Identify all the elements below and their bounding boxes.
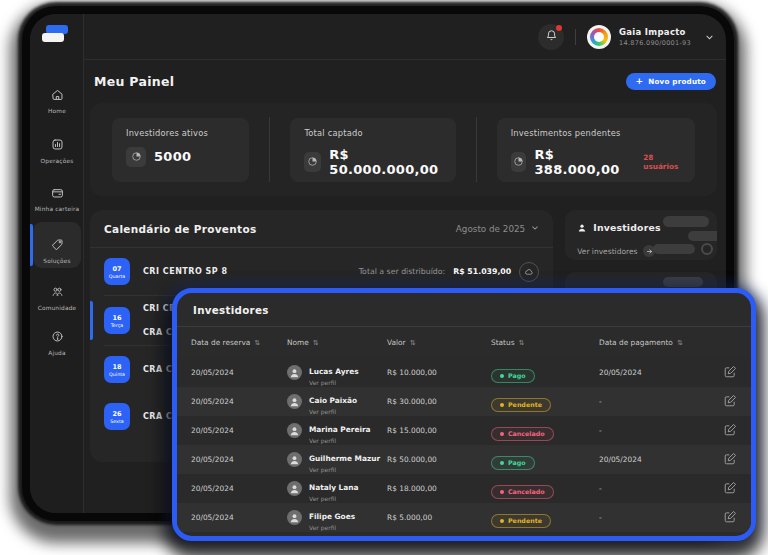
status-dot: [500, 374, 504, 378]
chevron-down-icon[interactable]: [705, 27, 714, 46]
calendar-month-label: Agosto de 2025: [456, 224, 525, 234]
column-header-payment-date[interactable]: Data de pagamento⇅: [599, 338, 717, 347]
home-icon: [51, 86, 64, 105]
new-product-label: Novo produto: [648, 77, 706, 86]
reserve-date-cell: 20/05/2024: [191, 484, 287, 493]
topbar-divider: [575, 29, 576, 45]
table-row: 20/05/2024 Marina PereiraVer perfil R$ 1…: [177, 416, 751, 445]
calendar-date-badge: 07 Quarta: [104, 258, 130, 285]
payment-date-cell: -: [599, 397, 717, 406]
coin-icon: [126, 147, 146, 167]
badge-weekday: Quinta: [109, 372, 125, 377]
coin-icon: [511, 152, 527, 172]
stat-active-investors: Investidores ativos 5000: [112, 117, 269, 182]
sidebar-item-home[interactable]: Home: [30, 86, 84, 114]
payment-date-cell: 20/05/2024: [599, 368, 717, 377]
column-header-reserve-date[interactable]: Data de reserva⇅: [191, 338, 287, 347]
status-badge: Cancelado: [491, 485, 554, 499]
investors-panel-title: Investidores: [593, 222, 660, 233]
edit-row-button[interactable]: [724, 508, 737, 527]
total-distribution-value: R$ 51.039,00: [453, 267, 511, 276]
total-distribution-label: Total a ser distribuído:: [359, 267, 446, 276]
sidebar-item-label: Comunidade: [38, 305, 77, 311]
stat-users-alert: 28 usuários: [643, 153, 681, 171]
view-profile-link[interactable]: Ver perfil: [309, 495, 359, 502]
status-badge: Pendente: [491, 398, 551, 412]
calendar-date-badge: 18 Quinta: [104, 356, 130, 383]
value-cell: R$ 5.000,00: [387, 513, 491, 522]
coin-icon: [304, 152, 321, 172]
investor-name: Lucas Ayres: [309, 367, 359, 376]
sidebar-item-minha-carteira[interactable]: Minha carteira: [30, 184, 84, 212]
value-cell: R$ 50.000,00: [387, 455, 491, 464]
avatar: [287, 452, 302, 467]
reserve-date-cell: 20/05/2024: [191, 426, 287, 435]
sidebar-item-label: Ajuda: [48, 350, 65, 356]
skeleton-pill: [663, 216, 709, 227]
sidebar-item-label: Minha carteira: [35, 206, 80, 212]
edit-row-button[interactable]: [724, 363, 737, 382]
sidebar-item-operacoes[interactable]: Operações: [30, 136, 84, 164]
investor-name: Nataly Lana: [309, 483, 359, 492]
edit-row-button[interactable]: [724, 450, 737, 469]
calendar-month-selector[interactable]: Agosto de 2025: [456, 224, 539, 234]
view-investors-label: Ver investidores: [577, 247, 637, 256]
notifications-button[interactable]: [538, 24, 564, 50]
sidebar-item-solucoes[interactable]: Soluções: [30, 236, 84, 264]
table-row: 20/05/2024 Caio PaixãoVer perfil R$ 30.0…: [177, 387, 751, 416]
stat-value: 5000: [154, 149, 191, 164]
investor-name: Caio Paixão: [309, 396, 357, 405]
investors-panel: Investidores Ver investidores: [565, 210, 717, 260]
table-row: 20/05/2024 Guilherme MazurVer perfil R$ …: [177, 445, 751, 474]
view-profile-link[interactable]: Ver perfil: [309, 524, 355, 531]
wallet-icon: [51, 184, 64, 203]
view-profile-link[interactable]: Ver perfil: [309, 437, 371, 444]
app-logo[interactable]: [42, 25, 68, 42]
avatar-ring: [590, 28, 608, 46]
sort-icon: ⇅: [677, 339, 683, 347]
account-avatar[interactable]: [587, 25, 611, 49]
status-dot: [500, 432, 504, 436]
status-dot: [500, 461, 504, 465]
stat-value: R$ 388.000,00: [534, 147, 621, 177]
table-row: 20/05/2024 Nataly LanaVer perfil R$ 18.0…: [177, 474, 751, 503]
column-header-status[interactable]: Status⇅: [491, 338, 599, 347]
reserve-date-cell: 20/05/2024: [191, 455, 287, 464]
payment-date-cell: -: [599, 513, 717, 522]
payment-date-cell: -: [599, 484, 717, 493]
payment-date-cell: -: [599, 426, 717, 435]
status-badge: Cancelado: [491, 427, 554, 441]
badge-day: 26: [112, 410, 121, 418]
status-badge: Pago: [491, 369, 535, 383]
modal-header: Investidores: [177, 293, 751, 327]
edit-row-button[interactable]: [724, 392, 737, 411]
avatar-core: [594, 32, 604, 42]
new-product-button[interactable]: + Novo produto: [626, 73, 717, 90]
avatar: [287, 510, 302, 525]
badge-weekday: Sexta: [110, 419, 124, 424]
stat-label: Total captado: [304, 128, 441, 138]
view-profile-link[interactable]: Ver perfil: [309, 408, 357, 415]
view-profile-link[interactable]: Ver perfil: [309, 379, 359, 386]
download-report-button[interactable]: [519, 262, 539, 282]
chart-icon: [51, 136, 64, 155]
avatar: [287, 365, 302, 380]
reserve-date-cell: 20/05/2024: [191, 397, 287, 406]
status-dot: [500, 519, 504, 523]
calendar-header: Calendário de Proventos Agosto de 2025: [90, 210, 553, 248]
sidebar-item-comunidade[interactable]: Comunidade: [30, 283, 84, 311]
value-cell: R$ 10.000,00: [387, 368, 491, 377]
view-profile-link[interactable]: Ver perfil: [309, 466, 380, 473]
payment-date-cell: 20/05/2024: [599, 455, 717, 464]
sidebar-item-ajuda[interactable]: Ajuda: [30, 328, 84, 356]
edit-row-button[interactable]: [724, 421, 737, 440]
column-header-name[interactable]: Nome⇅: [287, 338, 387, 347]
skeleton-ring: [701, 243, 713, 255]
column-header-value[interactable]: Valor⇅: [387, 338, 491, 347]
status-dot: [500, 490, 504, 494]
screenshot-viewport: Home Operações Minha carteira Soluções C…: [0, 0, 768, 555]
avatar: [287, 481, 302, 496]
account-menu[interactable]: Gaia Impacto 14.876.090/0001-93: [619, 27, 691, 47]
top-bar: Gaia Impacto 14.876.090/0001-93: [84, 14, 726, 60]
edit-row-button[interactable]: [724, 479, 737, 498]
